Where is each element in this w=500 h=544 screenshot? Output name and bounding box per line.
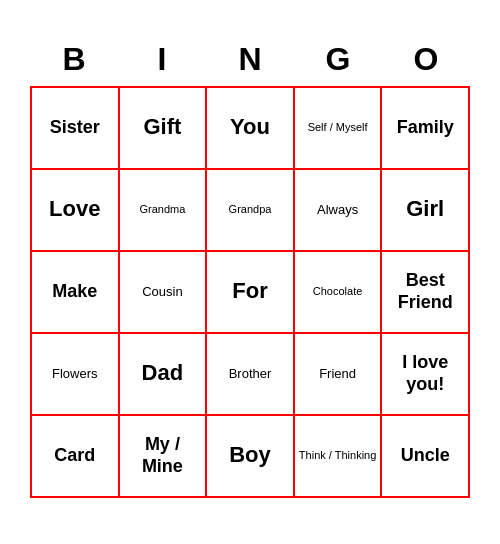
cell-r0-c3: Self / Myself bbox=[295, 88, 383, 170]
cell-text-r3-c0: Flowers bbox=[52, 366, 98, 382]
cell-text-r0-c1: Gift bbox=[143, 114, 181, 140]
cell-text-r1-c3: Always bbox=[317, 202, 358, 218]
cell-text-r4-c0: Card bbox=[54, 445, 95, 467]
cell-r3-c2: Brother bbox=[207, 334, 295, 416]
cell-text-r2-c2: For bbox=[232, 278, 267, 304]
cell-text-r1-c4: Girl bbox=[406, 196, 444, 222]
header-letter-n: N bbox=[206, 37, 294, 82]
cell-text-r0-c4: Family bbox=[397, 117, 454, 139]
cell-text-r2-c0: Make bbox=[52, 281, 97, 303]
cell-text-r3-c4: I love you! bbox=[386, 352, 464, 395]
cell-r0-c1: Gift bbox=[120, 88, 208, 170]
cell-r4-c3: Think / Thinking bbox=[295, 416, 383, 498]
cell-text-r1-c0: Love bbox=[49, 196, 100, 222]
cell-r0-c2: You bbox=[207, 88, 295, 170]
cell-r3-c1: Dad bbox=[120, 334, 208, 416]
cell-text-r0-c2: You bbox=[230, 114, 270, 140]
cell-r2-c4: Best Friend bbox=[382, 252, 470, 334]
cell-r4-c4: Uncle bbox=[382, 416, 470, 498]
cell-r4-c2: Boy bbox=[207, 416, 295, 498]
cell-r2-c0: Make bbox=[32, 252, 120, 334]
cell-r3-c4: I love you! bbox=[382, 334, 470, 416]
cell-r0-c4: Family bbox=[382, 88, 470, 170]
cell-text-r2-c4: Best Friend bbox=[386, 270, 464, 313]
cell-text-r0-c3: Self / Myself bbox=[308, 121, 368, 134]
cell-text-r2-c3: Chocolate bbox=[313, 285, 363, 298]
cell-text-r0-c0: Sister bbox=[50, 117, 100, 139]
cell-text-r3-c2: Brother bbox=[229, 366, 272, 382]
cell-text-r4-c4: Uncle bbox=[401, 445, 450, 467]
header-letter-g: G bbox=[294, 37, 382, 82]
cell-text-r3-c3: Friend bbox=[319, 366, 356, 382]
header-letter-o: O bbox=[382, 37, 470, 82]
cell-r3-c3: Friend bbox=[295, 334, 383, 416]
cell-r3-c0: Flowers bbox=[32, 334, 120, 416]
cell-r4-c0: Card bbox=[32, 416, 120, 498]
header-letter-i: I bbox=[118, 37, 206, 82]
cell-text-r1-c1: Grandma bbox=[139, 203, 185, 216]
cell-text-r3-c1: Dad bbox=[142, 360, 184, 386]
cell-text-r4-c1: My / Mine bbox=[124, 434, 202, 477]
bingo-card: BINGO SisterGiftYouSelf / MyselfFamilyLo… bbox=[10, 27, 490, 518]
cell-text-r4-c3: Think / Thinking bbox=[299, 449, 376, 462]
cell-r2-c2: For bbox=[207, 252, 295, 334]
cell-text-r4-c2: Boy bbox=[229, 442, 271, 468]
cell-r1-c1: Grandma bbox=[120, 170, 208, 252]
cell-r2-c1: Cousin bbox=[120, 252, 208, 334]
cell-r4-c1: My / Mine bbox=[120, 416, 208, 498]
cell-r1-c4: Girl bbox=[382, 170, 470, 252]
cell-r1-c0: Love bbox=[32, 170, 120, 252]
bingo-header: BINGO bbox=[30, 37, 470, 82]
cell-text-r1-c2: Grandpa bbox=[229, 203, 272, 216]
bingo-grid: SisterGiftYouSelf / MyselfFamilyLoveGran… bbox=[30, 86, 470, 498]
cell-r0-c0: Sister bbox=[32, 88, 120, 170]
cell-r1-c2: Grandpa bbox=[207, 170, 295, 252]
cell-text-r2-c1: Cousin bbox=[142, 284, 182, 300]
header-letter-b: B bbox=[30, 37, 118, 82]
cell-r1-c3: Always bbox=[295, 170, 383, 252]
cell-r2-c3: Chocolate bbox=[295, 252, 383, 334]
